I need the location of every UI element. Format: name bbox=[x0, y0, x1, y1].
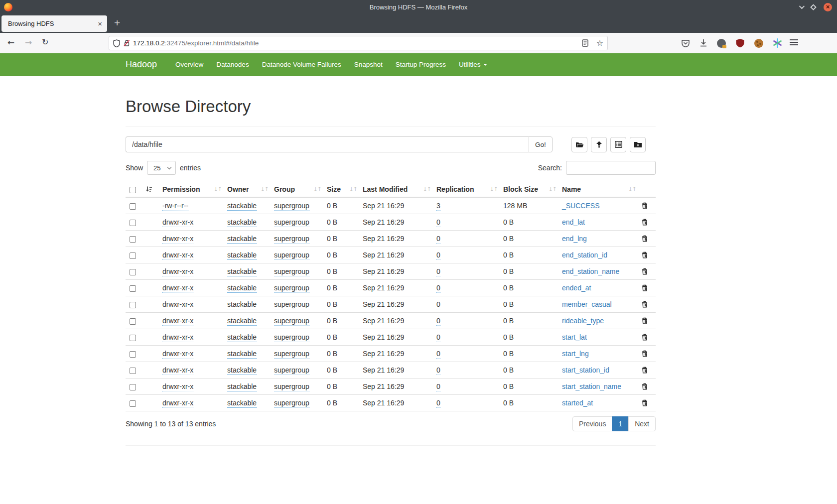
size-cell: 0 B bbox=[323, 378, 359, 395]
header-permission[interactable]: Permission↓↑ bbox=[158, 182, 223, 197]
row-checkbox[interactable] bbox=[130, 318, 136, 325]
select-all-checkbox[interactable] bbox=[130, 187, 136, 193]
trash-icon[interactable] bbox=[642, 334, 652, 341]
file-link[interactable]: _SUCCESS bbox=[562, 202, 599, 210]
nav-item-startup-progress[interactable]: Startup Progress bbox=[389, 61, 452, 68]
browser-tab[interactable]: Browsing HDFS × bbox=[1, 15, 107, 32]
row-checkbox[interactable] bbox=[130, 269, 136, 275]
trash-icon[interactable] bbox=[642, 202, 652, 209]
search-input[interactable] bbox=[566, 161, 656, 175]
row-checkbox[interactable] bbox=[130, 236, 136, 243]
header-size[interactable]: Size↓↑ bbox=[323, 182, 359, 197]
open-folder-button[interactable] bbox=[571, 137, 587, 152]
sort-by-attributes-icon[interactable] bbox=[145, 186, 152, 193]
trash-icon[interactable] bbox=[642, 301, 652, 308]
cookie-icon[interactable] bbox=[754, 39, 763, 48]
file-link[interactable]: end_station_id bbox=[562, 251, 607, 259]
asterisk-extension-icon[interactable] bbox=[773, 38, 782, 48]
file-link[interactable]: start_station_id bbox=[562, 366, 609, 374]
sort-icon[interactable]: ↓↑ bbox=[213, 186, 221, 193]
trash-icon[interactable] bbox=[642, 367, 652, 374]
file-link[interactable]: end_station_name bbox=[562, 267, 619, 275]
header-last-modified[interactable]: Last Modified↓↑ bbox=[359, 182, 432, 197]
url-text[interactable]: 172.18.0.2:32475/explorer.html#/data/hfi… bbox=[133, 39, 582, 47]
row-checkbox[interactable] bbox=[130, 384, 136, 390]
page-1-button[interactable]: 1 bbox=[612, 416, 629, 431]
reader-mode-icon[interactable] bbox=[582, 39, 588, 47]
nav-item-snapshot[interactable]: Snapshot bbox=[348, 61, 389, 68]
go-button[interactable]: Go! bbox=[529, 136, 553, 152]
trash-icon[interactable] bbox=[642, 268, 652, 275]
file-link[interactable]: start_lat bbox=[562, 333, 587, 341]
trash-icon[interactable] bbox=[642, 235, 652, 242]
trash-icon[interactable] bbox=[642, 399, 652, 406]
header-block-size[interactable]: Block Size↓↑ bbox=[499, 182, 558, 197]
row-checkbox[interactable] bbox=[130, 400, 136, 407]
sort-icon[interactable]: ↓↑ bbox=[628, 186, 636, 193]
create-directory-button[interactable] bbox=[630, 137, 646, 152]
trash-icon[interactable] bbox=[642, 219, 652, 226]
trash-icon[interactable] bbox=[642, 252, 652, 258]
navbar-brand[interactable]: Hadoop bbox=[126, 59, 157, 70]
pocket-icon[interactable] bbox=[681, 39, 690, 48]
header-replication[interactable]: Replication↓↑ bbox=[432, 182, 499, 197]
row-checkbox[interactable] bbox=[130, 220, 136, 226]
file-link[interactable]: member_casual bbox=[562, 300, 612, 308]
file-link[interactable]: end_lat bbox=[562, 218, 585, 226]
row-checkbox[interactable] bbox=[130, 351, 136, 358]
download-icon[interactable] bbox=[699, 39, 707, 47]
row-checkbox[interactable] bbox=[130, 203, 136, 210]
forward-icon[interactable]: → bbox=[25, 37, 32, 47]
row-checkbox[interactable] bbox=[130, 302, 136, 308]
file-link[interactable]: rideable_type bbox=[562, 317, 604, 325]
sort-icon[interactable]: ↓↑ bbox=[313, 186, 321, 193]
extension-lock-icon[interactable] bbox=[717, 39, 726, 48]
header-owner[interactable]: Owner↓↑ bbox=[223, 182, 270, 197]
file-link[interactable]: start_station_name bbox=[562, 382, 621, 390]
url-bar[interactable]: 172.18.0.2:32475/explorer.html#/data/hfi… bbox=[109, 36, 608, 50]
back-icon[interactable]: ← bbox=[7, 37, 14, 47]
bookmark-star-icon[interactable]: ☆ bbox=[596, 38, 603, 48]
row-checkbox[interactable] bbox=[130, 252, 136, 259]
file-link[interactable]: end_lng bbox=[562, 235, 587, 243]
row-checkbox[interactable] bbox=[130, 335, 136, 341]
sort-icon[interactable]: ↓↑ bbox=[260, 186, 268, 193]
maximize-icon[interactable] bbox=[810, 4, 817, 10]
file-link[interactable]: started_at bbox=[562, 399, 593, 407]
upload-button[interactable] bbox=[591, 137, 607, 152]
header-name[interactable]: Name↓↑ bbox=[558, 182, 638, 197]
sort-icon[interactable]: ↓↑ bbox=[422, 186, 430, 193]
row-checkbox[interactable] bbox=[130, 368, 136, 374]
row-checkbox[interactable] bbox=[130, 285, 136, 292]
window-close-button[interactable]: × bbox=[824, 3, 832, 11]
nav-item-datanodes[interactable]: Datanodes bbox=[210, 61, 255, 68]
sort-icon[interactable]: ↓↑ bbox=[349, 186, 357, 193]
page-size-select[interactable]: 25 bbox=[147, 161, 176, 175]
file-link[interactable]: ended_at bbox=[562, 284, 591, 292]
list-button[interactable] bbox=[610, 137, 626, 152]
tracking-shield-icon[interactable] bbox=[113, 39, 120, 47]
sort-icon[interactable]: ↓↑ bbox=[548, 186, 556, 193]
ublock-icon[interactable] bbox=[735, 38, 745, 48]
path-input[interactable] bbox=[126, 136, 529, 152]
replication-cell: 0 bbox=[432, 313, 499, 329]
file-link[interactable]: start_lng bbox=[562, 350, 589, 358]
replication-cell: 0 bbox=[432, 346, 499, 362]
previous-page-button[interactable]: Previous bbox=[572, 416, 612, 431]
menu-icon[interactable] bbox=[790, 39, 798, 47]
nav-item-overview[interactable]: Overview bbox=[169, 61, 210, 68]
next-page-button[interactable]: Next bbox=[628, 416, 656, 431]
trash-icon[interactable] bbox=[642, 317, 652, 324]
new-tab-button[interactable]: + bbox=[114, 17, 120, 29]
tab-close-icon[interactable]: × bbox=[98, 19, 102, 28]
sort-icon[interactable]: ↓↑ bbox=[489, 186, 497, 193]
reload-icon[interactable]: ↻ bbox=[42, 37, 48, 47]
minimize-icon[interactable] bbox=[799, 3, 805, 9]
trash-icon[interactable] bbox=[642, 284, 652, 291]
nav-item-utilities[interactable]: Utilities bbox=[452, 61, 494, 68]
insecure-lock-icon[interactable] bbox=[124, 39, 130, 47]
header-group[interactable]: Group↓↑ bbox=[270, 182, 323, 197]
nav-item-datanode-volume-failures[interactable]: Datanode Volume Failures bbox=[256, 61, 348, 68]
trash-icon[interactable] bbox=[642, 350, 652, 357]
trash-icon[interactable] bbox=[642, 383, 652, 390]
